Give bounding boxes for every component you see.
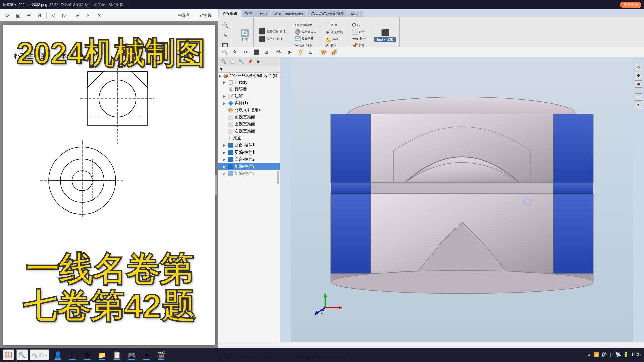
tree-filter[interactable]: ▼ — [218, 66, 280, 73]
boundary-icon: ⬛ — [259, 36, 266, 42]
taskbar-app-settings[interactable]: ⚙ — [80, 349, 94, 361]
taskbar-app-person[interactable]: 👤 — [51, 349, 64, 361]
tree-item-cut8[interactable]: ▶ 🟦 切除-拉伸8 — [218, 170, 280, 177]
convert-btn[interactable]: ⇄ 转换 — [195, 11, 215, 20]
sw-fillet[interactable]: ⌒ 圆角 — [324, 22, 344, 28]
cut9-icon: 🟦 — [228, 164, 233, 169]
filter-icon: ▼ — [219, 67, 223, 72]
sw-hole-wizard[interactable]: 🔘 异型孔导向 — [293, 29, 318, 35]
tree-item-boss2[interactable]: ▶ 🟦 凸台-拉伸2 — [218, 156, 280, 163]
taskbar-app-media[interactable]: 🎬 — [154, 349, 168, 361]
sw-t2-view1[interactable]: 👁 — [275, 47, 284, 57]
top-view-drawing — [80, 68, 154, 132]
sw-shell[interactable]: ⬡ 筋 — [351, 22, 367, 28]
rotate-btn[interactable]: ⟳ — [3, 11, 12, 20]
sw-scan-tool[interactable]: 🔄 扫描 — [238, 28, 251, 42]
tree-icon-4[interactable]: 📌 — [246, 58, 254, 65]
sw-t2-view3[interactable]: 🔆 — [296, 47, 305, 57]
pdf-title: 屏幕截图 2024...12033.png — [3, 2, 47, 7]
sw-t2-2[interactable]: ✎ — [230, 47, 240, 57]
wrap-icon: ⬜ — [352, 29, 358, 35]
tree-item-cut9[interactable]: ▶ 🟦 切除-拉伸9 — [218, 163, 280, 170]
tree-root[interactable]: ▶ 📦 2024一线名卷七作图题42 (默... — [218, 73, 280, 79]
vp-zoom-btn[interactable]: ⊕ — [635, 80, 642, 88]
tree-icon-1[interactable]: 🔍 — [220, 58, 227, 65]
tree-item-top-plane[interactable]: ⬜ 上视基准面 — [218, 121, 280, 128]
sw-rotate-cut[interactable]: 🔄 旋转切除 — [293, 36, 318, 42]
sw-t2-view2[interactable]: ◉ — [285, 47, 294, 57]
taskbar-app-clipboard[interactable]: 📋 — [110, 349, 123, 361]
taskbar-app-files[interactable]: 🗂 — [66, 349, 79, 361]
next-btn[interactable]: ▷ — [59, 11, 69, 20]
tree-item-origin[interactable]: ✛ 原点 — [218, 135, 280, 142]
tree-item-solid[interactable]: ▶ 🔷 实体(1) — [218, 100, 280, 107]
sw-t2-4[interactable]: ⬛ — [251, 47, 261, 57]
ribbon-row-cut: ✂ 拉伸切除 🔘 异型孔导向 🔄 旋转切除 ✂ 放样切除 — [293, 22, 318, 48]
tab-evaluate[interactable]: 评估 — [256, 10, 270, 17]
expand-btn[interactable]: ⊞ — [73, 11, 83, 20]
tree-toolbar: 🔍 📋 🔧 📌 ▶ — [218, 57, 280, 66]
tree-item-annotation[interactable]: ▶ 📝 注解 — [218, 93, 280, 100]
svg-rect-30 — [553, 182, 593, 194]
sw-instant3d-btn[interactable]: ⬛ Instant3D — [373, 28, 397, 43]
boss-extrude-icon: ⬛ — [259, 28, 266, 35]
tab-sw-plugins[interactable]: SOLIDWORKS 插件 — [307, 10, 347, 17]
tab-mbd[interactable]: MBD — [348, 11, 363, 17]
pdf-scrollbar[interactable] — [215, 175, 217, 195]
delete-btn[interactable]: ✕ — [95, 11, 104, 20]
tree-item-cut1[interactable]: ▶ 🟦 切除-拉伸1 — [218, 149, 280, 156]
sw-t2-5[interactable]: ⊞ — [262, 47, 271, 57]
sw-draft[interactable]: 📐 拔模 — [324, 36, 344, 42]
search-label[interactable]: 🔍 搜索 — [30, 349, 50, 361]
vp-top-btn[interactable]: T — [635, 102, 642, 109]
solid-arrow: ▶ — [223, 102, 227, 105]
fit-page-btn[interactable]: ▣ — [13, 11, 23, 20]
search-button[interactable]: 🔍 — [16, 349, 28, 361]
vp-pan-btn[interactable]: ✥ — [635, 72, 642, 79]
sw-t2-1[interactable]: 🔍 — [220, 47, 229, 57]
sw-pull-cut[interactable]: ✂ 拉伸切除 — [293, 22, 318, 28]
tree-icon-5[interactable]: ▶ — [255, 58, 262, 65]
edit-btn[interactable]: ✏ 编辑 — [174, 11, 194, 20]
tree-item-history[interactable]: ▶ 📋 History — [218, 79, 280, 85]
tab-annotation[interactable]: 标注 — [241, 10, 256, 17]
sw-boss-extrude[interactable]: ⬛ 拉伸凸台/基体 — [258, 28, 287, 35]
taskbar-app-display[interactable]: 🖥 — [140, 349, 153, 361]
tree-icon-2[interactable]: 📋 — [229, 58, 236, 65]
sw-boundary[interactable]: ⬛ 界凸台/基体 — [258, 36, 287, 43]
sw-t2-section[interactable]: ⊡ — [306, 47, 315, 57]
taskbar-app-folder[interactable]: 📁 — [95, 349, 109, 361]
tab-mbd-dim[interactable]: MBD Dimensions — [271, 11, 306, 17]
zoom-out-btn[interactable]: ⊖ — [35, 11, 44, 20]
tree-icon-3[interactable]: 🔧 — [237, 58, 245, 65]
fit-width-btn[interactable]: ⊡ — [84, 11, 93, 20]
sw-t2-color2[interactable]: 🌈 — [329, 47, 339, 57]
sw-icon-2[interactable]: ✎ — [221, 31, 230, 40]
vp-rotate-btn[interactable]: ⟳ — [635, 64, 642, 71]
tree-item-boss1[interactable]: ▶ 🟦 凸台-拉伸1 — [218, 142, 280, 149]
sw-linear-array[interactable]: ⊞ 线性阵列 — [324, 29, 344, 35]
zoom-in-btn[interactable]: ⊕ — [24, 11, 34, 20]
hole-wizard-icon: 🔘 — [295, 29, 301, 35]
tab-direct-edit[interactable]: 直接编辑 — [219, 10, 241, 17]
clock[interactable]: 11:37 — [631, 352, 641, 358]
tree-item-right-plane[interactable]: ⬜ 右视基准面 — [218, 128, 280, 135]
sw-t2-color1[interactable]: 🎨 — [319, 47, 328, 57]
tree-item-front-plane[interactable]: ⬜ 前视基准面 — [218, 114, 280, 121]
tree-item-material[interactable]: 🎨 材质 <未指定> — [218, 107, 280, 114]
sw-ribbon-tabbar: 直接编辑 标注 评估 MBD Dimensions SOLIDWORKS 插件 … — [218, 9, 644, 17]
taskbar-arrow-up[interactable]: ∧ — [588, 353, 591, 357]
vp-front-btn[interactable]: F — [635, 93, 642, 101]
vip-button[interactable]: 开通会员 — [620, 2, 641, 8]
sw-icon-1[interactable]: 🔍 — [221, 20, 230, 30]
sw-t2-3[interactable]: ✂ — [241, 47, 250, 57]
start-button[interactable]: 🪟 — [3, 349, 15, 361]
cut1-icon: 🟦 — [228, 150, 233, 155]
sw-3d-viewport[interactable]: Z ⟳ ✥ ⊕ F T — [280, 57, 644, 342]
sw-mirror[interactable]: ⟺ 相交 — [351, 36, 367, 42]
tree-item-sensor[interactable]: 📡 传感器 — [218, 85, 280, 93]
sw-wrap[interactable]: ⬜ 包覆 — [351, 29, 367, 35]
tree-scrollbar[interactable] — [277, 171, 279, 184]
taskbar-app-game[interactable]: 🎮 — [125, 349, 138, 361]
prev-btn[interactable]: ◁ — [49, 11, 58, 20]
